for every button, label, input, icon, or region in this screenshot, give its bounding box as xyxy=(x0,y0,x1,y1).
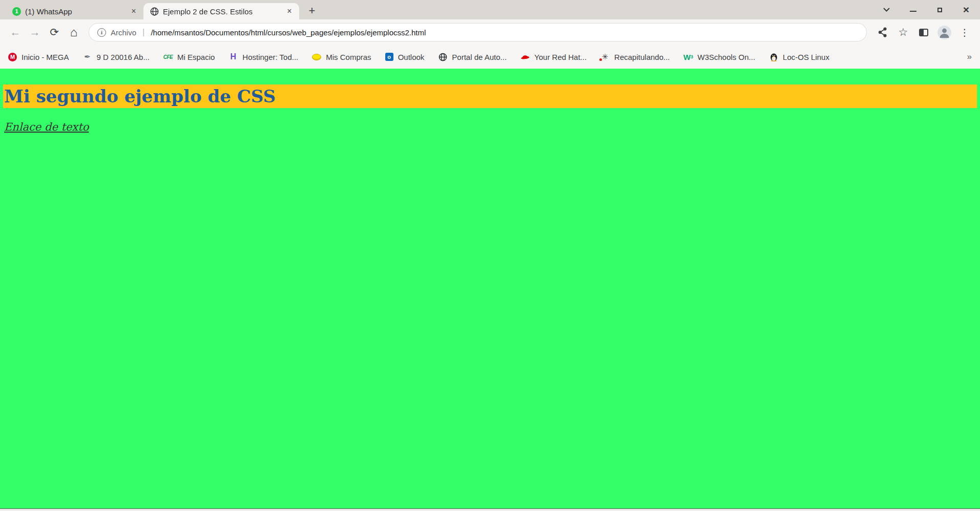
minimize-button[interactable] xyxy=(907,4,919,15)
window-bottom-edge xyxy=(0,508,980,511)
url-text[interactable]: /home/msantos/Documentos/html/cursos/web… xyxy=(151,28,426,37)
bookmark-mis-compras[interactable]: Mis Compras xyxy=(312,52,371,61)
asterisk-icon: ✳ xyxy=(600,52,610,61)
bookmark-label: Recapitulando... xyxy=(614,53,670,61)
bookmark-portal-auto[interactable]: Portal de Auto... xyxy=(438,52,507,61)
whatsapp-badge-icon: 1 xyxy=(12,7,21,16)
bookmark-mi-espacio[interactable]: CFE Mi Espacio xyxy=(163,52,215,61)
bookmark-label: Inicio - MEGA xyxy=(22,53,69,61)
forward-icon[interactable]: → xyxy=(27,24,43,40)
globe-icon xyxy=(438,52,447,61)
bookmark-inicio-mega[interactable]: M Inicio - MEGA xyxy=(8,53,69,61)
bookmark-label: Outlook xyxy=(398,53,425,61)
page-info-icon[interactable]: i xyxy=(97,28,106,37)
reload-icon[interactable]: ⟳ xyxy=(46,24,62,40)
address-bar[interactable]: i Archivo | /home/msantos/Documentos/htm… xyxy=(89,24,866,41)
bookmark-label: Portal de Auto... xyxy=(452,53,507,61)
bookmark-star-icon[interactable]: ☆ xyxy=(895,24,911,40)
bookmark-label: Mis Compras xyxy=(326,53,371,61)
penguin-icon xyxy=(769,52,778,61)
page-content: Mi segundo ejemplo de CSS Enlace de text… xyxy=(0,69,980,508)
back-icon[interactable]: ← xyxy=(7,24,24,40)
bookmark-label: Your Red Hat... xyxy=(534,53,587,61)
bookmark-locos-linux[interactable]: Loc-OS Linux xyxy=(769,52,829,61)
tab-title: Ejemplo 2 de CSS. Estilos xyxy=(163,7,281,16)
tab-title: (1) WhatsApp xyxy=(25,7,125,16)
bookmark-label: W3Schools On... xyxy=(698,53,756,61)
close-tab-icon[interactable]: × xyxy=(129,7,138,16)
redhat-icon xyxy=(520,52,530,61)
profile-avatar-icon[interactable] xyxy=(936,24,952,40)
quill-icon: ✒ xyxy=(83,52,92,61)
cfe-icon: CFE xyxy=(163,52,173,61)
side-panel-icon[interactable] xyxy=(915,24,932,40)
bookmark-hostinger[interactable]: H Hostinger: Tod... xyxy=(228,52,298,61)
tab-ejemplo-css[interactable]: Ejemplo 2 de CSS. Estilos × xyxy=(143,3,299,19)
tab-whatsapp[interactable]: 1 (1) WhatsApp × xyxy=(6,3,143,19)
home-icon[interactable]: ⌂ xyxy=(66,24,82,40)
tab-strip: 1 (1) WhatsApp × Ejemplo 2 de CSS. Estil… xyxy=(0,0,980,19)
close-window-button[interactable]: × xyxy=(961,4,972,15)
mercadolibre-icon xyxy=(312,52,321,61)
w3schools-icon: W3 xyxy=(684,52,693,61)
bookmark-9d20016[interactable]: ✒ 9 D 20016 Ab... xyxy=(83,52,150,61)
close-tab-icon[interactable]: × xyxy=(285,7,294,16)
window-controls: × xyxy=(881,0,972,19)
share-icon[interactable] xyxy=(874,24,891,40)
new-tab-button[interactable]: + xyxy=(304,3,320,18)
hostinger-icon: H xyxy=(228,52,238,61)
maximize-button[interactable] xyxy=(934,4,945,15)
url-divider: | xyxy=(141,27,146,37)
tab-search-chevron-icon[interactable] xyxy=(881,4,892,15)
bookmarks-overflow-chevron[interactable]: » xyxy=(967,52,972,62)
bookmark-outlook[interactable]: o Outlook xyxy=(385,53,425,61)
bookmark-w3schools[interactable]: W3 W3Schools On... xyxy=(684,52,756,61)
browser-toolbar: ← → ⟳ ⌂ i Archivo | /home/msantos/Docume… xyxy=(0,19,980,45)
bookmark-label: 9 D 20016 Ab... xyxy=(97,53,150,61)
outlook-icon: o xyxy=(385,53,393,61)
page-title: Mi segundo ejemplo de CSS xyxy=(3,84,977,108)
browser-window: 1 (1) WhatsApp × Ejemplo 2 de CSS. Estil… xyxy=(0,0,980,511)
text-link[interactable]: Enlace de texto xyxy=(4,121,89,133)
toolbar-actions: ☆ ⋮ xyxy=(874,24,973,40)
browser-menu-icon[interactable]: ⋮ xyxy=(956,24,973,40)
url-scheme-label: Archivo xyxy=(111,28,136,37)
bookmark-label: Loc-OS Linux xyxy=(783,53,829,61)
bookmark-recapitulando[interactable]: ✳ Recapitulando... xyxy=(600,52,670,61)
bookmark-label: Mi Espacio xyxy=(177,53,215,61)
globe-icon xyxy=(150,7,159,16)
mega-icon: M xyxy=(8,53,17,61)
bookmarks-bar: M Inicio - MEGA ✒ 9 D 20016 Ab... CFE Mi… xyxy=(0,45,980,69)
bookmark-red-hat[interactable]: Your Red Hat... xyxy=(520,52,587,61)
bookmark-label: Hostinger: Tod... xyxy=(242,53,298,61)
